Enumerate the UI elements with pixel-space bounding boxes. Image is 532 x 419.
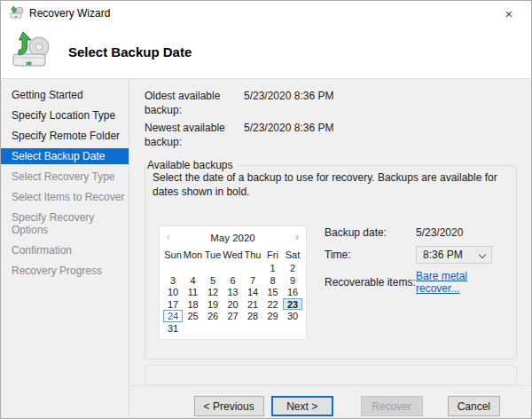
step-recovery-progress: Recovery Progress — [1, 263, 129, 279]
day-header-sat: Sat — [283, 249, 303, 262]
step-select-items-to-recover: Select Items to Recover — [1, 189, 129, 205]
calendar-day[interactable]: 15 — [262, 286, 283, 298]
app-icon — [10, 5, 24, 22]
calendar-day — [223, 262, 243, 274]
page-title: Select Backup Date — [68, 44, 192, 59]
calendar-day[interactable]: 17 — [163, 298, 184, 311]
wizard-button-bar: < Previous Next > Recover Cancel — [129, 385, 531, 418]
calendar-day[interactable]: 30 — [283, 310, 303, 322]
previous-button[interactable]: < Previous — [194, 396, 264, 416]
backup-date-calendar: ‹ May 2020 › Sun Mon Tue Wed Thu Fri — [159, 225, 307, 340]
close-icon[interactable]: × — [496, 4, 522, 23]
day-header-tue: Tue — [203, 249, 223, 262]
calendar-day[interactable]: 27 — [223, 310, 243, 322]
calendar-month-title[interactable]: May 2020 — [176, 233, 290, 243]
day-header-thu: Thu — [243, 249, 263, 262]
calendar-day[interactable]: 19 — [203, 298, 223, 311]
title-bar: Recovery Wizard × — [1, 1, 531, 26]
calendar-day[interactable]: 13 — [223, 286, 243, 298]
calendar-day — [183, 262, 203, 274]
calendar-day[interactable]: 12 — [203, 286, 223, 298]
calendar-day-headers: Sun Mon Tue Wed Thu Fri Sat — [161, 249, 304, 334]
available-backups-title: Available backups — [147, 159, 238, 172]
step-specify-location-type: Specify Location Type — [1, 107, 129, 123]
calendar-day[interactable]: 20 — [223, 298, 243, 311]
calendar-day[interactable]: 9 — [283, 274, 303, 287]
calendar-day[interactable]: 5 — [203, 274, 223, 287]
calendar-day — [283, 322, 303, 335]
calendar-day[interactable]: 31 — [163, 322, 184, 335]
next-button[interactable]: Next > — [271, 396, 333, 416]
calendar-day[interactable]: 8 — [262, 274, 283, 287]
cancel-button[interactable]: Cancel — [448, 396, 500, 416]
calendar-day — [163, 262, 184, 274]
calendar-day[interactable]: 7 — [243, 274, 263, 287]
day-header-sun: Sun — [163, 249, 184, 262]
oldest-backup-label: Oldest available backup: — [145, 89, 244, 117]
calendar-day[interactable]: 4 — [183, 274, 203, 287]
newest-backup-label: Newest available backup: — [145, 121, 244, 149]
calendar-day — [243, 262, 263, 274]
calendar-day[interactable]: 28 — [243, 310, 263, 322]
step-confirmation: Confirmation — [1, 242, 129, 258]
calendar-day[interactable]: 16 — [283, 286, 303, 298]
wizard-steps-sidebar: Getting Started Specify Location Type Sp… — [1, 79, 129, 418]
backup-drive-icon — [12, 30, 52, 74]
step-select-recovery-type: Select Recovery Type — [1, 169, 129, 185]
calendar-day[interactable]: 26 — [203, 310, 223, 322]
calendar-day[interactable]: 14 — [243, 286, 263, 298]
calendar-day — [203, 322, 223, 335]
calendar-day-selected[interactable]: 23 — [283, 298, 303, 311]
calendar-day[interactable]: 21 — [243, 298, 263, 311]
calendar-day[interactable]: 2 — [283, 262, 303, 274]
calendar-day[interactable]: 18 — [183, 298, 203, 311]
window-title: Recovery Wizard — [29, 7, 110, 20]
calendar-day[interactable]: 29 — [262, 310, 283, 322]
calendar-day[interactable]: 25 — [183, 310, 203, 322]
step-specify-remote-folder: Specify Remote Folder — [1, 128, 129, 144]
calendar-day[interactable]: 6 — [223, 274, 243, 287]
chevron-down-icon — [479, 251, 486, 258]
day-header-fri: Fri — [262, 249, 283, 262]
step-getting-started: Getting Started — [1, 87, 129, 103]
calendar-day — [262, 322, 283, 335]
calendar-day — [243, 322, 263, 335]
time-dropdown-value: 8:36 PM — [423, 249, 463, 261]
backup-date-label: Backup date: — [325, 226, 416, 239]
calendar-day — [223, 322, 243, 335]
recovery-wizard-window: Recovery Wizard × Select Backup Date Get… — [0, 0, 532, 419]
oldest-backup-value: 5/23/2020 8:36 PM — [244, 89, 333, 117]
calendar-day[interactable]: 11 — [183, 286, 203, 298]
newest-backup-value: 5/23/2020 8:36 PM — [244, 121, 333, 149]
calendar-day[interactable]: 22 — [262, 298, 283, 311]
step-select-backup-date: Select Backup Date — [1, 148, 129, 164]
calendar-day[interactable]: 3 — [163, 274, 184, 287]
calendar-day — [203, 262, 223, 274]
calendar-next-month-icon[interactable]: › — [290, 229, 304, 246]
calendar-day-today[interactable]: 24 — [163, 310, 184, 322]
calendar-prev-month-icon[interactable]: ‹ — [161, 229, 176, 246]
calendar-day[interactable]: 1 — [262, 262, 283, 274]
recoverable-items-label: Recoverable items: — [325, 276, 416, 289]
calendar-day — [183, 322, 203, 335]
recover-button[interactable]: Recover — [361, 396, 423, 416]
backup-date-value: 5/23/2020 — [416, 226, 463, 239]
empty-panel — [145, 365, 517, 385]
available-backups-group: Available backups Select the date of a b… — [145, 165, 517, 360]
recoverable-items-link[interactable]: Bare metal recover... — [416, 270, 505, 295]
backup-details-panel: Backup date: 5/23/2020 Time: 8:36 PM — [325, 225, 505, 340]
day-header-wed: Wed — [223, 249, 243, 262]
wizard-header: Select Backup Date — [1, 26, 531, 79]
calendar-instruction: Select the date of a backup to use for r… — [153, 170, 505, 199]
step-specify-recovery-options: Specify Recovery Options — [1, 210, 129, 238]
time-dropdown[interactable]: 8:36 PM — [416, 246, 492, 264]
time-label: Time: — [325, 249, 416, 261]
calendar-day[interactable]: 10 — [163, 286, 184, 298]
day-header-mon: Mon — [183, 249, 203, 262]
